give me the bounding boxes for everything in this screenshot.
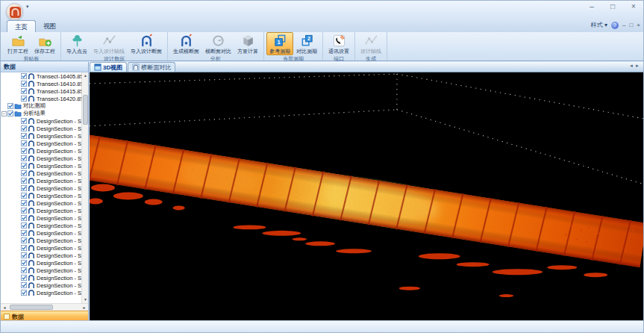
- tree-item[interactable]: DesignSection - Sect: [1, 207, 88, 214]
- scrollbar-thumb[interactable]: [83, 95, 88, 125]
- tree-item[interactable]: DesignSection - Sect: [1, 274, 88, 281]
- tree-item[interactable]: Transect-16415.85: [1, 87, 88, 95]
- tree-checkbox[interactable]: [21, 133, 27, 139]
- tree-checkbox[interactable]: [21, 185, 27, 191]
- tree-item[interactable]: DesignSection - Sect: [1, 244, 88, 252]
- tree-checkbox[interactable]: [21, 96, 27, 102]
- help-icon[interactable]: ?: [611, 22, 619, 29]
- tree-checkbox[interactable]: [21, 222, 27, 228]
- tree-checkbox[interactable]: [21, 125, 27, 131]
- ribbon-button[interactable]: 导入设计轴线: [90, 32, 128, 55]
- tree-item[interactable]: DesignSection - Sect: [1, 281, 88, 289]
- tree-item[interactable]: DesignSection - Sect: [1, 237, 88, 244]
- document-tab[interactable]: 3D视图: [90, 62, 127, 72]
- tree-checkbox[interactable]: [21, 267, 27, 273]
- tree-checkbox[interactable]: [21, 252, 27, 258]
- tree-checkbox[interactable]: [21, 245, 27, 251]
- tree-item[interactable]: Transect-16420.85: [1, 95, 88, 102]
- ribbon-button[interactable]: 方量计算: [234, 32, 261, 55]
- tree-item[interactable]: DesignSection - Sect: [1, 222, 88, 229]
- tree-checkbox[interactable]: [21, 275, 27, 281]
- tree-item[interactable]: DesignSection - Sect: [1, 169, 88, 177]
- tree-checkbox[interactable]: [21, 193, 27, 199]
- tree-vertical-scrollbar[interactable]: ▲ ▼: [81, 72, 88, 303]
- window-minimize-button[interactable]: –: [587, 2, 597, 10]
- window-close-button[interactable]: ×: [628, 2, 639, 10]
- tree-checkbox[interactable]: [21, 178, 27, 184]
- tree-item[interactable]: DesignSection - Sect: [1, 132, 88, 140]
- tree-item[interactable]: DesignSection - Sect: [1, 177, 88, 184]
- tree-checkbox[interactable]: [21, 81, 27, 87]
- ribbon-button[interactable]: 横断面对比: [202, 32, 234, 55]
- tree-checkbox[interactable]: [21, 155, 27, 161]
- scroll-up-icon[interactable]: ▲: [82, 72, 88, 79]
- ribbon-button[interactable]: 通讯设置: [325, 32, 352, 55]
- tree-expander-icon[interactable]: −: [1, 111, 7, 116]
- ribbon-tab[interactable]: 视图: [36, 20, 63, 32]
- tree-checkbox[interactable]: [7, 111, 13, 116]
- tree-checkbox[interactable]: [21, 170, 27, 176]
- tree-item[interactable]: DesignSection - Sect: [1, 117, 88, 125]
- tree-item[interactable]: DesignSection - Sect: [1, 147, 88, 155]
- tree-item[interactable]: DesignSection - Sect: [1, 192, 88, 199]
- ribbon-button[interactable]: 打开工程: [4, 32, 31, 55]
- ribbon-button[interactable]: 生成横断面: [170, 32, 202, 55]
- ribbon-button[interactable]: 2对比测期: [293, 32, 320, 55]
- child-close-button[interactable]: ×: [637, 22, 640, 28]
- tree-checkbox[interactable]: [21, 215, 27, 221]
- ribbon-button[interactable]: 保存工程: [31, 32, 58, 55]
- style-menu[interactable]: 样式 ▾: [591, 21, 607, 29]
- tree-item-label: DesignSection - Sect: [37, 230, 88, 237]
- scroll-left-icon[interactable]: ◄: [1, 304, 8, 311]
- tree-item[interactable]: −分析结果: [1, 110, 88, 117]
- scrollbar-thumb[interactable]: [10, 305, 53, 310]
- ribbon-tab[interactable]: 主页: [7, 20, 36, 32]
- ribbon-button[interactable]: 1参考测期: [266, 32, 293, 55]
- tree-item[interactable]: DesignSection - Sect: [1, 229, 88, 237]
- tree-checkbox[interactable]: [21, 200, 27, 206]
- tree-item[interactable]: Transect-16405.85: [1, 72, 88, 80]
- ribbon-button[interactable]: 设计轴线: [357, 32, 384, 55]
- tree-item[interactable]: 对比测期: [1, 102, 88, 110]
- child-minimize-button[interactable]: –: [622, 22, 625, 28]
- document-tab[interactable]: 横断面对比: [128, 62, 175, 72]
- tree-checkbox[interactable]: [7, 103, 13, 109]
- tree-item[interactable]: DesignSection - Sect: [1, 162, 88, 169]
- tree-item[interactable]: DesignSection - Sect: [1, 252, 88, 259]
- tab-nav-arrows[interactable]: ◄►: [629, 63, 641, 68]
- window-maximize-button[interactable]: □: [607, 2, 618, 10]
- 3d-viewport[interactable]: [90, 72, 643, 322]
- tree-checkbox[interactable]: [21, 290, 27, 296]
- tree-item[interactable]: DesignSection - Sect: [1, 125, 88, 132]
- tree-item[interactable]: DesignSection - Sect: [1, 140, 88, 147]
- tree-checkbox[interactable]: [21, 260, 27, 266]
- tree-checkbox[interactable]: [21, 140, 27, 146]
- tree-checkbox[interactable]: [21, 163, 27, 169]
- ribbon-button[interactable]: 导入设计断面: [128, 32, 165, 55]
- app-logo-button[interactable]: [6, 3, 23, 20]
- scroll-right-icon[interactable]: ►: [81, 304, 88, 311]
- tree-item[interactable]: Transect-16410.85: [1, 80, 88, 87]
- ribbon-button[interactable]: 导入点云: [63, 32, 90, 55]
- tree-checkbox[interactable]: [21, 88, 27, 94]
- tree-item[interactable]: DesignSection - Sect: [1, 267, 88, 274]
- tree-checkbox[interactable]: [21, 118, 27, 124]
- tree-item-label: Transect-16415.85: [37, 88, 84, 95]
- tree-item[interactable]: DesignSection - Sect: [1, 214, 88, 222]
- ribbon-button-label: 生成横断面: [173, 48, 199, 55]
- tree-checkbox[interactable]: [21, 237, 27, 243]
- quick-access-dropdown-icon[interactable]: ▾: [26, 4, 29, 10]
- child-restore-button[interactable]: □: [629, 22, 633, 28]
- tree-checkbox[interactable]: [21, 282, 27, 288]
- tree-checkbox[interactable]: [21, 230, 27, 236]
- tree-item[interactable]: DesignSection - Sect: [1, 199, 88, 207]
- tree-item[interactable]: DesignSection - Sect: [1, 155, 88, 162]
- tree-checkbox[interactable]: [21, 73, 27, 79]
- tree-checkbox[interactable]: [21, 148, 27, 154]
- tree-checkbox[interactable]: [21, 208, 27, 214]
- scroll-down-icon[interactable]: ▼: [82, 296, 88, 303]
- tree-item[interactable]: DesignSection - Sect: [1, 259, 88, 267]
- tree-item[interactable]: DesignSection - Sect: [1, 184, 88, 192]
- tree-horizontal-scrollbar[interactable]: ◄ ►: [1, 303, 88, 311]
- tree-item[interactable]: DesignSection - Sect: [1, 289, 88, 296]
